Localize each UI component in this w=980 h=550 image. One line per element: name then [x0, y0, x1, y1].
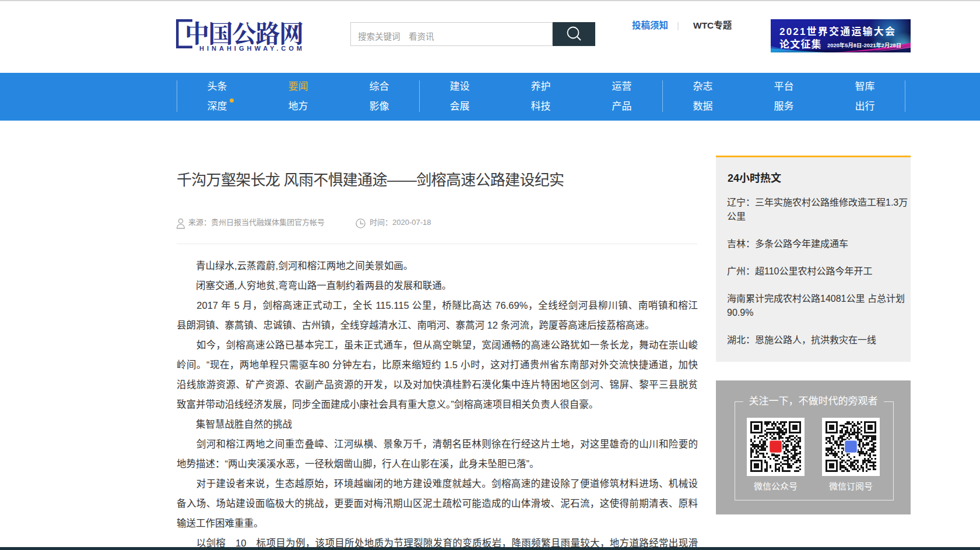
svg-text:2021世界交通运输大会: 2021世界交通运输大会 — [779, 26, 896, 37]
svg-text:2020年5月8日-2021年2月28日: 2020年5月8日-2021年2月28日 — [827, 42, 901, 48]
svg-text:论文征集: 论文征集 — [779, 38, 822, 50]
